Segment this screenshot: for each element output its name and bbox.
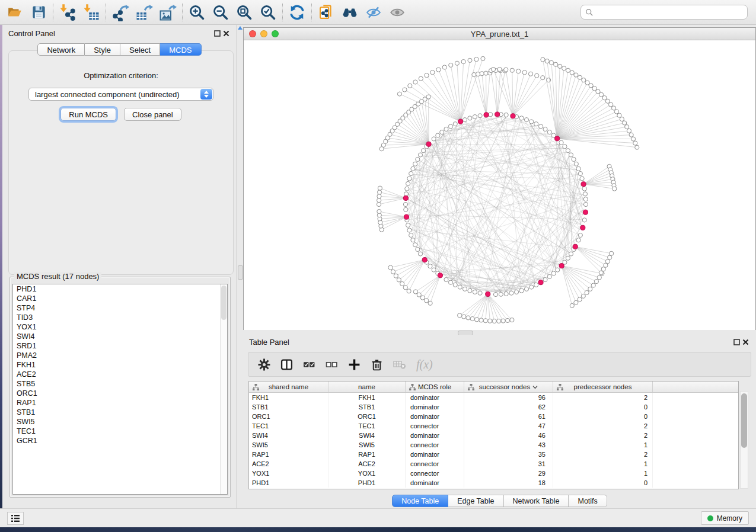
table-cell[interactable]: RAP1: [328, 450, 406, 459]
share-document-button[interactable]: [314, 2, 338, 23]
network-node[interactable]: [514, 290, 518, 294]
table-cell[interactable]: 0: [553, 402, 653, 412]
table-scrollbar[interactable]: [740, 391, 748, 489]
tab-network[interactable]: Network: [37, 43, 85, 56]
network-node[interactable]: [633, 141, 637, 145]
network-node[interactable]: [449, 63, 453, 67]
vertical-splitter-handle[interactable]: [238, 265, 243, 280]
table-cell[interactable]: FKH1: [328, 393, 406, 402]
table-cell[interactable]: 2: [553, 431, 653, 440]
network-node[interactable]: [425, 299, 429, 303]
mcds-network-node[interactable]: [458, 119, 463, 124]
network-node[interactable]: [473, 290, 477, 294]
mcds-result-item[interactable]: SWI5: [13, 417, 227, 427]
table-cell[interactable]: connector: [406, 469, 464, 478]
tab-node-table[interactable]: Node Table: [392, 495, 448, 507]
network-node[interactable]: [403, 202, 407, 206]
vertical-splitter[interactable]: [237, 25, 243, 508]
network-node[interactable]: [417, 293, 421, 297]
network-node[interactable]: [497, 67, 502, 71]
table-row[interactable]: ACE2ACE2connector311: [249, 459, 738, 469]
show-column-button[interactable]: [280, 358, 293, 371]
mcds-result-item[interactable]: ACE2: [13, 370, 227, 379]
network-node[interactable]: [620, 117, 624, 121]
table-cell[interactable]: RAP1: [249, 450, 328, 459]
network-node[interactable]: [509, 291, 513, 295]
network-node[interactable]: [444, 277, 448, 281]
table-cell[interactable]: dominator: [406, 402, 464, 412]
network-node[interactable]: [581, 294, 585, 298]
network-node[interactable]: [541, 76, 545, 80]
network-node[interactable]: [436, 68, 441, 72]
network-node[interactable]: [629, 133, 633, 137]
table-cell[interactable]: 2: [553, 421, 653, 431]
network-node[interactable]: [599, 271, 603, 275]
network-node[interactable]: [413, 80, 417, 84]
network-node[interactable]: [504, 68, 508, 72]
network-node[interactable]: [562, 66, 566, 70]
table-cell[interactable]: 18: [464, 478, 553, 488]
network-node[interactable]: [578, 171, 582, 175]
network-node[interactable]: [413, 290, 417, 294]
network-node[interactable]: [617, 113, 621, 117]
network-node[interactable]: [504, 291, 508, 296]
mcds-network-node[interactable]: [583, 210, 588, 214]
network-node[interactable]: [614, 110, 618, 114]
network-node[interactable]: [510, 68, 514, 72]
mcds-result-list[interactable]: PHD1CAR1STP4TID3YOX1SWI4SRD1PMA2FKH1ACE2…: [12, 284, 228, 495]
network-node[interactable]: [455, 61, 459, 65]
network-node[interactable]: [576, 238, 580, 242]
network-node[interactable]: [529, 120, 534, 124]
tab-select[interactable]: Select: [120, 43, 160, 56]
network-node[interactable]: [488, 319, 492, 323]
network-node[interactable]: [400, 281, 404, 286]
column-header-successor-nodes[interactable]: successor nodes: [464, 382, 553, 392]
deselect-all-rows-button[interactable]: [326, 358, 338, 371]
network-node[interactable]: [418, 153, 422, 157]
mcds-network-node[interactable]: [559, 264, 564, 268]
table-cell[interactable]: dominator: [406, 393, 464, 402]
splitter-collapse-icon[interactable]: [238, 26, 243, 30]
network-node[interactable]: [411, 166, 415, 171]
network-node[interactable]: [611, 106, 615, 110]
network-node[interactable]: [554, 62, 558, 66]
table-row[interactable]: FKH1FKH1dominator962: [249, 393, 738, 402]
table-cell[interactable]: ORC1: [249, 412, 328, 421]
network-node[interactable]: [510, 318, 514, 322]
network-node[interactable]: [569, 252, 573, 256]
function-builder-button-disabled[interactable]: f(x): [416, 358, 433, 371]
mcds-result-item[interactable]: STB5: [13, 379, 227, 389]
zoom-out-button[interactable]: [209, 2, 232, 23]
network-node[interactable]: [543, 277, 547, 281]
network-node[interactable]: [547, 274, 551, 278]
network-node[interactable]: [545, 59, 549, 63]
mcds-network-node[interactable]: [511, 114, 515, 118]
show-details-button[interactable]: [385, 2, 409, 23]
network-node[interactable]: [403, 88, 407, 92]
network-node[interactable]: [592, 86, 596, 91]
network-node[interactable]: [416, 157, 420, 161]
network-node[interactable]: [453, 283, 457, 287]
network-node[interactable]: [574, 300, 578, 305]
table-cell[interactable]: connector: [406, 440, 464, 450]
network-node[interactable]: [608, 255, 612, 259]
table-cell[interactable]: 35: [464, 450, 553, 459]
mcds-network-node[interactable]: [573, 244, 578, 249]
show-panel-list-button[interactable]: [7, 512, 24, 525]
table-cell[interactable]: 2: [553, 450, 653, 459]
network-node[interactable]: [583, 202, 588, 206]
network-node[interactable]: [566, 256, 570, 260]
table-cell[interactable]: 43: [464, 440, 553, 450]
network-node[interactable]: [491, 67, 495, 71]
network-node[interactable]: [563, 145, 567, 149]
network-node[interactable]: [413, 243, 417, 247]
mcds-network-node[interactable]: [404, 214, 409, 219]
export-network-button[interactable]: [109, 2, 132, 23]
table-cell[interactable]: 1: [553, 469, 653, 478]
mcds-result-item[interactable]: ORC1: [13, 389, 227, 398]
network-node[interactable]: [574, 73, 578, 77]
network-node[interactable]: [432, 137, 436, 141]
table-cell[interactable]: SWI5: [328, 440, 406, 450]
network-node[interactable]: [580, 177, 584, 181]
search-input[interactable]: [594, 6, 747, 19]
